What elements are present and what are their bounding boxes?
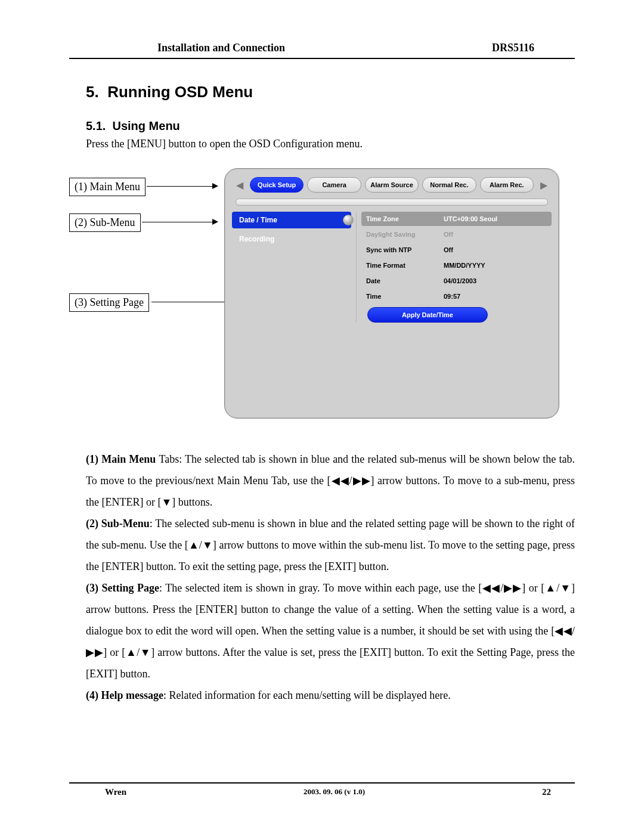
indicator-icon (343, 215, 354, 225)
setting-sync-ntp[interactable]: Sync with NTP Off (361, 243, 552, 257)
submenu-date-time[interactable]: Date / Time (232, 212, 351, 228)
scroll-left-icon[interactable]: ◀ (233, 178, 246, 191)
tab-alarm-rec[interactable]: Alarm Rec. (480, 177, 534, 193)
callout-sub-menu: (2) Sub-Menu (69, 213, 141, 232)
tab-quick-setup[interactable]: Quick Setup (250, 177, 304, 193)
header-left: Installation and Connection (157, 42, 285, 54)
footer-center: 2003. 09. 06 (v 1.0) (304, 787, 365, 797)
apply-date-time-button[interactable]: Apply Date/Time (367, 307, 488, 323)
setting-time-zone[interactable]: Time Zone UTC+09:00 Seoul (361, 212, 552, 226)
main-menu-tabs: ◀ Quick Setup Camera Alarm Source Normal… (225, 169, 559, 193)
subsection-heading: 5.1. Using Menu (86, 119, 575, 133)
figure: (1) Main Menu (2) Sub-Menu (3) Setting P… (69, 168, 575, 431)
callout-main-menu: (1) Main Menu (69, 178, 145, 196)
scroll-right-icon[interactable]: ▶ (537, 178, 550, 191)
header-right: DRS5116 (492, 42, 534, 54)
tab-track (236, 199, 548, 206)
osd-panel: ◀ Quick Setup Camera Alarm Source Normal… (224, 168, 559, 419)
footer-page-number: 22 (542, 787, 551, 797)
tab-alarm-source[interactable]: Alarm Source (365, 177, 419, 193)
description-text: (1) Main Menu Tabs: The selected tab is … (86, 448, 575, 706)
tab-normal-rec[interactable]: Normal Rec. (422, 177, 476, 193)
setting-page: Time Zone UTC+09:00 Seoul Daylight Savin… (356, 212, 552, 323)
setting-date[interactable]: Date 04/01/2003 (361, 274, 552, 288)
setting-time-format[interactable]: Time Format MM/DD/YYYY (361, 258, 552, 272)
sub-menu-list: Date / Time Recording (232, 212, 351, 323)
page-footer: Wren 2003. 09. 06 (v 1.0) 22 (69, 782, 575, 797)
section-heading: 5. Running OSD Menu (86, 83, 575, 101)
page-header: Installation and Connection DRS5116 (69, 42, 575, 59)
footer-left: Wren (105, 787, 126, 797)
setting-time[interactable]: Time 09:57 (361, 289, 552, 304)
callout-setting-page: (3) Setting Page (69, 293, 149, 312)
submenu-recording[interactable]: Recording (232, 231, 351, 247)
tab-camera[interactable]: Camera (307, 177, 361, 193)
setting-daylight-saving[interactable]: Daylight Saving Off (361, 227, 552, 241)
intro-text: Press the [MENU] button to open the OSD … (86, 138, 575, 150)
